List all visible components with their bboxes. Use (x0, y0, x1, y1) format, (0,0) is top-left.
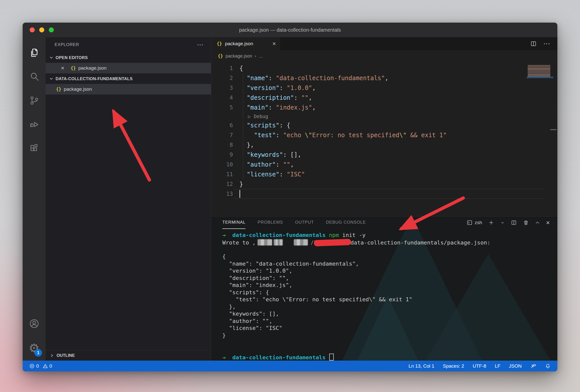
split-terminal-icon[interactable] (511, 220, 517, 226)
minimap[interactable] (527, 64, 553, 79)
code-line-text: "version": "1.0.0", (239, 84, 316, 91)
code-line[interactable]: 6 "scripts": { (211, 120, 557, 130)
close-tab-icon[interactable]: × (272, 40, 276, 47)
editor-scrollbar[interactable] (550, 129, 557, 130)
terminal-output-line: { (222, 253, 557, 261)
code-line[interactable]: 7 "test": "echo \"Error: no test specifi… (211, 130, 557, 140)
eol-sequence[interactable]: LF (495, 363, 500, 369)
code-token: , (312, 104, 316, 111)
code-token: "ISC" (287, 171, 305, 178)
maximize-panel-icon[interactable] (535, 220, 540, 225)
open-editors-label: OPEN EDITORS (56, 55, 88, 60)
cursor-position[interactable]: Ln 13, Col 1 (408, 363, 434, 369)
extensions-icon[interactable] (23, 136, 46, 160)
code-token: "" (283, 161, 290, 168)
feedback-icon[interactable] (530, 363, 536, 369)
tab-package-json[interactable]: {} package.json × (211, 37, 281, 50)
code-token: : (279, 84, 287, 91)
code-token: : (276, 161, 283, 168)
code-line[interactable]: 9 "keywords": [], (211, 150, 557, 160)
editor-more-actions-icon[interactable]: ⋯ (543, 42, 551, 45)
tree-item-package-json[interactable]: {} package.json (46, 84, 211, 94)
code-token (239, 171, 247, 178)
code-token: , (385, 75, 388, 82)
language-mode[interactable]: JSON (509, 363, 522, 369)
code-line[interactable]: 10 "author": "", (211, 160, 557, 169)
panel-tab[interactable]: PROBLEMS (258, 216, 283, 229)
close-editor-icon[interactable]: × (60, 66, 66, 71)
code-line-text: "name": "data-collection-fundamentals", (239, 75, 388, 82)
settings-gear-icon[interactable]: ⚙ 1 (23, 335, 46, 361)
error-count: 0 (36, 363, 39, 369)
panel-tab[interactable]: DEBUG CONSOLE (326, 216, 366, 229)
prompt-directory: data-collection-fundamentals (232, 232, 326, 238)
code-line[interactable]: 4 "description": "", (211, 93, 557, 103)
tab-label: package.json (225, 41, 253, 46)
chevron-down-icon[interactable] (500, 220, 505, 225)
notifications-bell-icon[interactable] (545, 363, 551, 369)
breadcrumb[interactable]: {} package.json › … (211, 50, 557, 62)
chevron-down-icon (49, 76, 54, 81)
panel-tab[interactable]: TERMINAL (222, 216, 245, 229)
breadcrumb-more[interactable]: … (259, 54, 263, 59)
minimap-code (528, 65, 550, 77)
explorer-icon[interactable] (23, 41, 46, 65)
indentation[interactable]: Spaces: 2 (443, 363, 464, 369)
panel-tab[interactable]: OUTPUT (295, 216, 314, 229)
breadcrumb-file[interactable]: package.json (225, 54, 252, 59)
code-token: "version" (247, 84, 279, 91)
run-debug-icon[interactable] (23, 112, 46, 136)
terminal-cursor (329, 354, 334, 361)
code-token (239, 122, 247, 129)
terminal-content[interactable]: → data-collection-fundamentals npm init … (211, 229, 557, 361)
terminal-output-line: "version": "1.0.0", (222, 268, 557, 275)
search-icon[interactable] (23, 65, 46, 88)
code-token (239, 75, 247, 82)
code-line[interactable]: 3 "version": "1.0.0", (211, 83, 557, 93)
code-line[interactable]: 13 (211, 189, 557, 199)
kill-terminal-trash-icon[interactable] (523, 220, 529, 226)
panel-tabs: TERMINALPROBLEMSOUTPUTDEBUG CONSOLE (222, 216, 366, 229)
terminal-wrote-line: Wrote to ,/Playground/data-collection-fu… (222, 239, 557, 247)
source-control-icon[interactable] (23, 88, 46, 112)
terminal-output-line: "description": "", (222, 275, 557, 282)
shell-selector[interactable]: zsh (467, 220, 482, 226)
redacted-block (294, 239, 308, 246)
warning-icon (43, 363, 48, 369)
json-file-icon: {} (218, 54, 223, 59)
open-editor-item-package-json[interactable]: × {} package.json (46, 63, 211, 73)
folder-section-header[interactable]: DATA-COLLECTION-FUNDAMENTALS (46, 73, 211, 84)
encoding[interactable]: UTF-8 (473, 363, 486, 369)
code-line[interactable]: 5 "main": "index.js", (211, 103, 557, 112)
code-line[interactable]: 1 { (211, 63, 557, 73)
code-line-text: "license": "ISC" (239, 171, 305, 178)
terminal-json-output: { "name": "data-collection-fundamentals"… (222, 253, 557, 339)
terminal-output-line: } (222, 332, 557, 339)
code-line[interactable]: 11 "license": "ISC" (211, 169, 557, 179)
split-editor-icon[interactable] (530, 40, 537, 47)
code-token: } (239, 181, 243, 188)
code-line[interactable]: 2 "name": "data-collection-fundamentals"… (211, 73, 557, 83)
problems-indicator[interactable]: 0 0 (29, 363, 52, 369)
close-panel-icon[interactable]: × (546, 220, 550, 225)
code-line[interactable]: 12 } (211, 179, 557, 189)
outline-section-header[interactable]: OUTLINE (46, 350, 211, 361)
new-terminal-icon[interactable] (488, 220, 494, 226)
code-line-text: "scripts": { (239, 122, 290, 129)
line-number: 8 (211, 142, 233, 148)
line-number: 13 (211, 191, 233, 197)
code-token (239, 84, 247, 91)
account-icon[interactable] (23, 312, 46, 335)
panel-actions: zsh × (467, 220, 557, 226)
terminal-prompt-line: → data-collection-fundamentals (222, 354, 557, 361)
editor-tab-bar: {} package.json × ⋯ (211, 37, 557, 50)
code-line[interactable]: 8 }, (211, 140, 557, 150)
code-token: "author" (247, 161, 276, 168)
open-editors-section-header[interactable]: OPEN EDITORS (46, 52, 211, 63)
editor-group: {} package.json × ⋯ {} package.json › … (211, 37, 557, 361)
code-token: \" (305, 132, 312, 139)
code-editor[interactable]: 1 { 2 "name": "data-collection-fundament… (211, 62, 557, 216)
explorer-more-actions-icon[interactable]: ⋯ (197, 43, 204, 46)
debug-codelens[interactable]: ▷ Debug (211, 112, 557, 120)
terminal-command-line: → data-collection-fundamentals npm init … (222, 232, 557, 239)
